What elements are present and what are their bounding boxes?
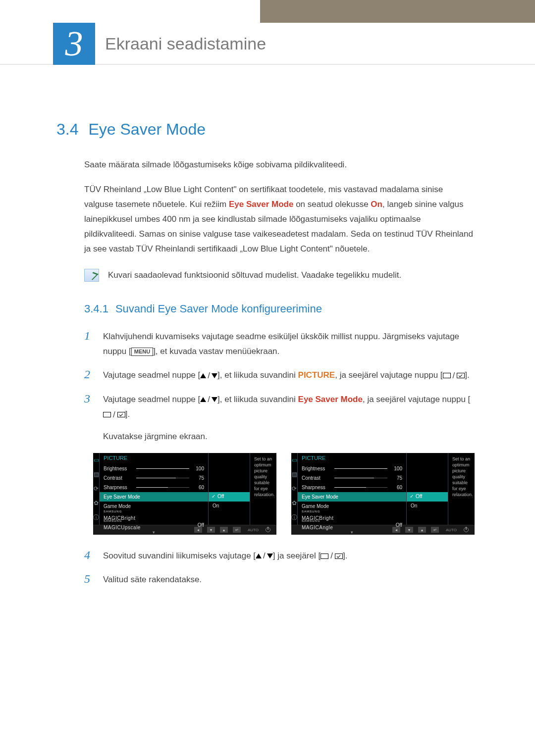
osd-item-eye-saver-mode: Eye Saver Mode bbox=[100, 492, 208, 502]
menu-button-label: MENU bbox=[131, 348, 153, 356]
steps-list: 1 Klahvijuhendi kuvamiseks vajutage sead… bbox=[84, 329, 473, 444]
osd-options: Off On bbox=[407, 453, 448, 525]
osd-option-on: On bbox=[209, 502, 250, 511]
chapter-number-badge: 3 bbox=[53, 23, 95, 65]
up-icon: ▴ bbox=[220, 527, 228, 533]
size-tab-icon: ⟳ bbox=[93, 482, 99, 496]
auto-button: AUTO bbox=[444, 527, 459, 533]
section-number: 3.4 bbox=[56, 120, 78, 138]
osd-menu-title: PICTURE bbox=[298, 453, 406, 464]
subsection-title: Suvandi Eye Saver Mode konfigureerimine bbox=[115, 302, 322, 315]
power-icon bbox=[464, 527, 469, 532]
left-icon: ◂ bbox=[392, 527, 400, 533]
osd-options: Off On bbox=[209, 453, 250, 525]
step-2: 2 Vajutage seadmel nuppe [/], et liikuda… bbox=[84, 368, 473, 383]
down-icon: ▾ bbox=[405, 527, 413, 533]
chapter-header: 3 Ekraani seadistamine bbox=[0, 23, 535, 65]
osd-option-off: Off bbox=[407, 492, 448, 502]
osd-description: Set to an optimum picture quality suitab… bbox=[250, 453, 279, 525]
osd-menu-title: PICTURE bbox=[100, 453, 208, 464]
step-4: 4 Soovitud suvandini liikumiseks vajutag… bbox=[84, 549, 473, 564]
section-title: Eye Saver Mode bbox=[88, 120, 206, 138]
step-number: 2 bbox=[84, 368, 94, 381]
osd-option-off: Off bbox=[209, 492, 250, 502]
up-icon: ▴ bbox=[418, 527, 426, 533]
keyword-picture: PICTURE bbox=[298, 370, 335, 380]
step-number: 3 bbox=[84, 392, 94, 405]
magic-upscale-label: SAMSUNGMAGICUpscale bbox=[104, 519, 133, 530]
step-number: 4 bbox=[84, 549, 94, 561]
settings-tab-icon: ✿ bbox=[291, 496, 297, 510]
up-down-arrows-icon: / bbox=[200, 368, 217, 383]
chapter-title: Ekraani seadistamine bbox=[105, 23, 266, 65]
subsection-number: 3.4.1 bbox=[84, 302, 108, 315]
enter-buttons-icon: / bbox=[321, 549, 343, 563]
info-tab-icon: ⓘ bbox=[93, 510, 99, 525]
keyword-eye-saver-mode: Eye Saver Mode bbox=[298, 395, 363, 404]
step-number: 5 bbox=[84, 572, 94, 585]
step-1: 1 Klahvijuhendi kuvamiseks vajutage sead… bbox=[84, 329, 473, 359]
info-tab-icon: ⓘ bbox=[291, 510, 297, 525]
osd-description: Set to an optimum picture quality suitab… bbox=[448, 453, 477, 525]
auto-button: AUTO bbox=[246, 527, 261, 533]
magic-angle-label: SAMSUNGMAGICAngle bbox=[302, 519, 331, 530]
picture-tab-icon: ▭ bbox=[93, 453, 99, 467]
osd-sidebar: ▭ ▤ ⟳ ✿ ⓘ bbox=[93, 453, 100, 525]
osd-option-on: On bbox=[407, 502, 448, 511]
up-down-arrows-icon: / bbox=[200, 392, 217, 407]
picture-tab-icon: ▭ bbox=[291, 453, 297, 467]
note-text: Kuvari saadaolevad funktsioonid sõltuvad… bbox=[108, 269, 401, 282]
up-down-arrows-icon: / bbox=[256, 549, 273, 563]
enter-icon: ↵ bbox=[233, 527, 241, 533]
down-icon: ▾ bbox=[207, 527, 215, 533]
step-number: 1 bbox=[84, 329, 94, 342]
intro-paragraph-1: Saate määrata silmade lõõgastumiseks kõi… bbox=[84, 157, 473, 172]
enter-icon: ↵ bbox=[431, 527, 439, 533]
note-icon bbox=[84, 269, 99, 282]
enter-buttons-icon: / bbox=[443, 368, 465, 383]
color-tab-icon: ▤ bbox=[291, 467, 297, 482]
step-5: 5 Valitud säte rakendatakse. bbox=[84, 572, 473, 587]
intro-paragraph-2: TÜV Rheinland „Low Blue Light Content" o… bbox=[84, 182, 473, 256]
power-icon bbox=[266, 527, 270, 532]
step-3: 3 Vajutage seadmel nuppe [/], et liikuda… bbox=[84, 392, 473, 444]
osd-screenshots: ▭ ▤ ⟳ ✿ ⓘ PICTURE Brightness100 Contrast… bbox=[93, 453, 473, 535]
left-icon: ◂ bbox=[194, 527, 202, 533]
section-heading: 3.4Eye Saver Mode bbox=[56, 120, 473, 139]
osd-item-eye-saver-mode: Eye Saver Mode bbox=[298, 492, 406, 502]
subsection-heading: 3.4.1Suvandi Eye Saver Mode konfigureeri… bbox=[84, 302, 473, 315]
osd-screenshot-b: ▭ ▤ ⟳ ✿ ⓘ PICTURE Brightness100 Contrast… bbox=[291, 453, 475, 535]
osd-menu: PICTURE Brightness100 Contrast75 Sharpne… bbox=[298, 453, 407, 525]
size-tab-icon: ⟳ bbox=[291, 482, 297, 496]
top-bar bbox=[0, 0, 535, 23]
enter-buttons-icon: / bbox=[103, 407, 125, 422]
settings-tab-icon: ✿ bbox=[93, 496, 99, 510]
keyword-eye-saver-mode: Eye Saver Mode bbox=[229, 200, 293, 209]
keyword-on: On bbox=[371, 200, 382, 209]
osd-sidebar: ▭ ▤ ⟳ ✿ ⓘ bbox=[291, 453, 298, 525]
note: Kuvari saadaolevad funktsioonid sõltuvad… bbox=[84, 269, 473, 282]
color-tab-icon: ▤ bbox=[93, 467, 99, 482]
osd-menu: PICTURE Brightness100 Contrast75 Sharpne… bbox=[100, 453, 209, 525]
osd-screenshot-a: ▭ ▤ ⟳ ✿ ⓘ PICTURE Brightness100 Contrast… bbox=[93, 453, 276, 535]
